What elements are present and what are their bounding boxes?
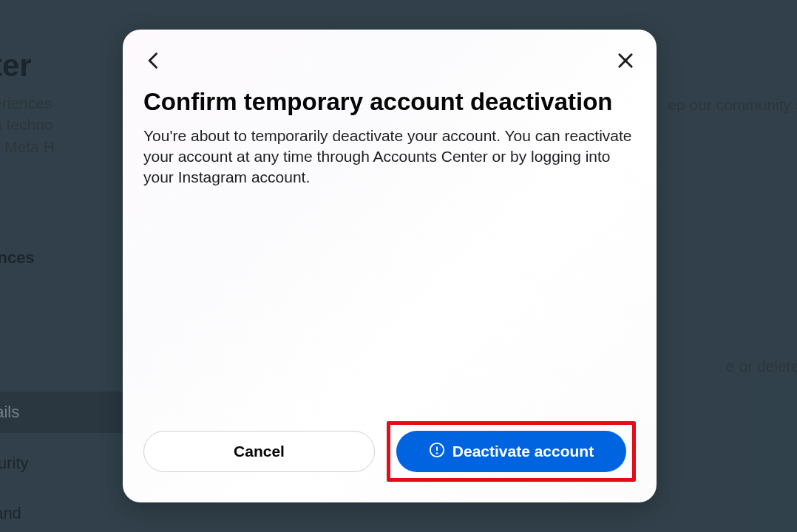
svg-point-4 — [436, 453, 437, 454]
deactivate-account-button[interactable]: Deactivate account — [396, 431, 626, 472]
deactivate-button-label: Deactivate account — [452, 443, 594, 460]
back-icon[interactable] — [143, 50, 164, 74]
modal-body-text: You're about to temporarily deactivate y… — [143, 126, 636, 421]
warning-icon — [429, 442, 445, 462]
highlight-annotation: Deactivate account — [387, 421, 636, 482]
modal-title: Confirm temporary account deactivation — [143, 87, 636, 117]
modal-header — [143, 50, 636, 74]
cancel-button[interactable]: Cancel — [143, 431, 375, 472]
modal-footer: Cancel Deactivate account — [143, 421, 636, 482]
confirm-deactivation-modal: Confirm temporary account deactivation Y… — [123, 30, 657, 502]
close-icon[interactable] — [615, 50, 636, 74]
